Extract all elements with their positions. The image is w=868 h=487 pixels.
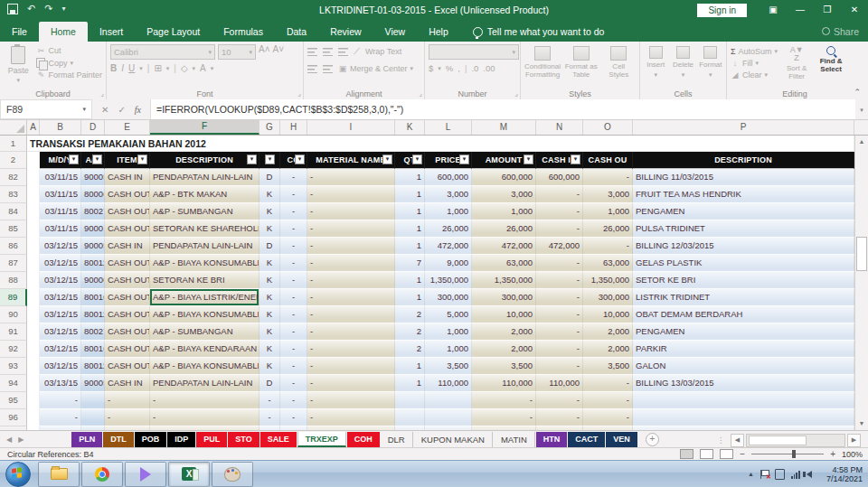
cell-G95[interactable]: - (259, 392, 280, 409)
cell-L84[interactable]: 1,000 (425, 203, 472, 220)
cell-I82[interactable]: - (307, 169, 395, 186)
cell-F86[interactable]: PENDAPATAN LAIN-LAIN (150, 238, 259, 255)
format-as-table-button[interactable]: Format as Table (564, 44, 599, 86)
header-cell-P2[interactable]: DESCRIPTION (633, 152, 854, 169)
cell-K83[interactable]: 1 (395, 186, 425, 203)
cell-N86[interactable]: 472,000 (536, 238, 583, 255)
align-middle-icon[interactable] (323, 48, 333, 56)
cell-A88[interactable] (27, 272, 40, 289)
header-cell-N2[interactable]: CASH IN▼ (536, 152, 583, 169)
merge-center-button[interactable]: ▣Merge & Center▾ (338, 64, 413, 73)
header-cell-D2[interactable]: A/C▼ (81, 152, 105, 169)
cell-F87[interactable]: A&P - BIAYA KONSUMABLE (150, 255, 259, 272)
cell-K96[interactable] (395, 409, 425, 426)
cell-O85[interactable]: 26,000 (583, 220, 633, 238)
cell-K84[interactable]: 1 (395, 203, 425, 220)
cell-G92[interactable]: K (259, 341, 280, 358)
cell-E90[interactable]: CASH OUT (105, 306, 150, 323)
cell-H96[interactable]: - (280, 409, 307, 426)
grow-font-icon[interactable]: A˄ (259, 44, 270, 60)
fill-color-icon[interactable]: ◇ (181, 63, 188, 73)
cell-P92[interactable]: PARKIR (633, 341, 854, 358)
tell-me-box[interactable]: Tell me what you want to do (473, 26, 605, 42)
sign-in-button[interactable]: Sign in (697, 4, 747, 17)
cell-D86[interactable]: 90005 (81, 238, 105, 255)
paste-button[interactable]: Paste▾ (4, 44, 33, 86)
cell-L89[interactable]: 300,000 (425, 289, 472, 306)
filter-dropdown-icon[interactable]: ▼ (382, 155, 392, 164)
filter-dropdown-icon[interactable]: ▼ (524, 155, 533, 164)
align-bottom-icon[interactable] (338, 48, 348, 56)
cell-E95[interactable]: - (105, 392, 150, 409)
cell-N90[interactable]: - (536, 306, 583, 323)
zoom-in-icon[interactable]: + (830, 449, 835, 459)
cell-K89[interactable]: 1 (395, 289, 425, 306)
cell-O84[interactable]: 1,000 (583, 203, 633, 220)
column-header-B[interactable]: B (40, 120, 81, 135)
cell-P90[interactable]: OBAT DEMAM BERDARAH (633, 306, 854, 323)
number-format-select[interactable]: ▾ (429, 44, 519, 60)
cell-M83[interactable]: 3,000 (472, 186, 536, 203)
cell-K86[interactable]: 1 (395, 238, 425, 255)
minimize-button[interactable]: — (787, 0, 814, 20)
cell-I96[interactable]: - (307, 409, 395, 426)
cell-E92[interactable]: CASH OUT (105, 341, 150, 358)
column-header-O[interactable]: O (583, 120, 633, 135)
header-cell-M2[interactable]: AMOUNT▼ (472, 152, 536, 169)
cell-N82[interactable]: 600,000 (536, 169, 583, 186)
column-header-F[interactable]: F (150, 120, 259, 135)
horizontal-scroll-thumb[interactable] (749, 435, 807, 445)
cell-G84[interactable]: K (259, 203, 280, 220)
vertical-scrollbar[interactable]: ▲ ▼ (854, 136, 868, 430)
row-header-83[interactable]: 83 (0, 186, 27, 203)
sheet-tab-matin[interactable]: MATIN (494, 432, 535, 447)
sheet-tab-sale[interactable]: SALE (260, 432, 297, 447)
cell-N85[interactable]: - (536, 220, 583, 238)
cell-F88[interactable]: SETORAN KE BRI (150, 272, 259, 289)
sheet-nav-right-icon[interactable]: ▶ (18, 435, 30, 444)
sheet-nav-left-icon[interactable]: ◀ (0, 435, 18, 444)
cell-H85[interactable]: - (280, 220, 307, 238)
cell-D91[interactable]: 80027 (81, 323, 105, 341)
font-name-select[interactable]: Calibri▾ (110, 44, 215, 60)
cell-L90[interactable]: 5,000 (425, 306, 472, 323)
taskbar-explorer-button[interactable] (38, 462, 80, 487)
cell-E87[interactable]: CASH OUT (105, 255, 150, 272)
sheet-tab-dlr[interactable]: DLR (381, 432, 413, 447)
normal-view-button[interactable] (680, 449, 693, 459)
taskbar-clock[interactable]: 4:58 PM 7/14/2021 (826, 465, 863, 483)
delete-cells-button[interactable]: Delete▾ (671, 44, 694, 86)
zoom-slider[interactable] (751, 454, 824, 454)
cell-P84[interactable]: PENGAMEN (633, 203, 854, 220)
cell-M84[interactable]: 1,000 (472, 203, 536, 220)
cell-N89[interactable]: - (536, 289, 583, 306)
cell-D87[interactable]: 80011 (81, 255, 105, 272)
decrease-decimal-button[interactable]: .00 (483, 63, 495, 73)
column-header-G[interactable]: G (259, 120, 280, 135)
cell-K85[interactable]: 1 (395, 220, 425, 238)
cut-button[interactable]: ✂Cut (36, 46, 102, 55)
cell-styles-button[interactable]: Cell Styles (602, 44, 637, 86)
cell-D95[interactable] (81, 392, 105, 409)
sheet-tab-pul[interactable]: PUL (196, 432, 227, 447)
align-top-icon[interactable] (307, 48, 317, 56)
zoom-slider-thumb[interactable] (792, 450, 796, 458)
cell-A86[interactable] (27, 238, 40, 255)
cell-F85[interactable]: SETORAN KE SHAREHOLDER (150, 220, 259, 238)
cell-M85[interactable]: 26,000 (472, 220, 536, 238)
fill-button[interactable]: ↓Fill▾ (731, 59, 778, 68)
tab-help[interactable]: Help (417, 22, 460, 42)
cell-H93[interactable]: - (280, 358, 307, 375)
insert-cells-button[interactable]: Insert▾ (644, 44, 667, 86)
cell-B90[interactable]: 03/12/15 (40, 306, 81, 323)
cell-I83[interactable]: - (307, 186, 395, 203)
taskbar-chrome-button[interactable] (81, 462, 123, 487)
page-layout-view-button[interactable] (700, 449, 713, 459)
cell-F95[interactable]: - (150, 392, 259, 409)
cell-I95[interactable]: - (307, 392, 395, 409)
font-color-icon[interactable]: A (200, 63, 206, 73)
tab-home[interactable]: Home (39, 22, 88, 42)
cell-K93[interactable]: 1 (395, 358, 425, 375)
cell-E96[interactable]: - (105, 409, 150, 426)
scroll-down-icon[interactable]: ▼ (855, 417, 868, 430)
